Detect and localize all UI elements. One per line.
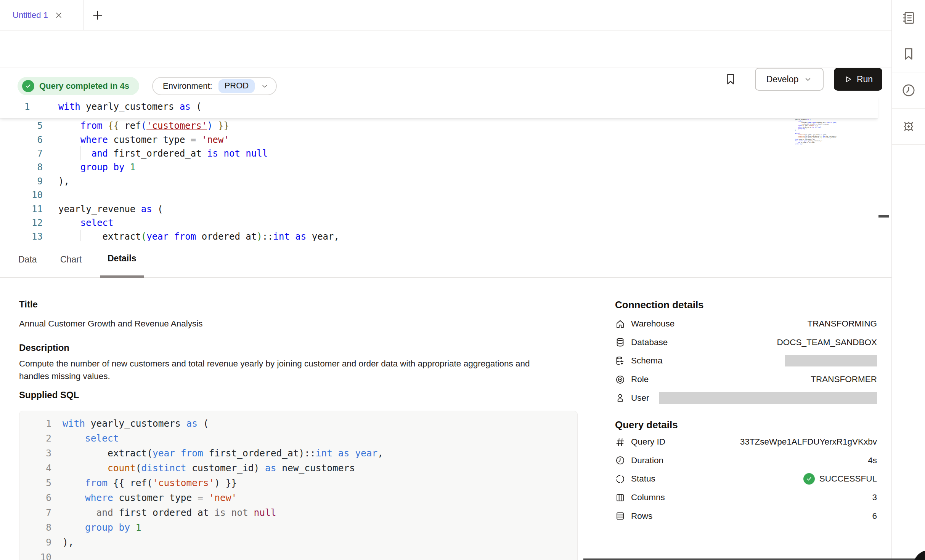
editor-scrollbar-thumb[interactable] [878,215,889,218]
row-value: DOCS_TEAM_SANDBOX [777,338,877,347]
row-label: Duration [631,456,663,466]
connection-row-role: RoleTRANSFORMER [615,370,877,389]
connection-details-heading: Connection details [615,299,704,311]
results-tab-bar: DataChartDetails [0,241,891,278]
right-icon-rail [891,0,925,560]
chevron-down-icon [804,75,812,83]
row-label: Columns [631,493,665,502]
query-details-heading: Query details [615,419,678,431]
code-line: group by 1 [795,128,806,130]
query-row-duration: Duration4s [615,451,877,470]
row-value: 4s [868,456,877,466]
run-label: Run [857,74,873,85]
code-row: 6 where customer_type = 'new' [0,133,877,146]
hash-icon [615,437,625,447]
rail-button-copilot-star[interactable] [892,109,925,145]
connection-row-database: DatabaseDOCS_TEAM_SANDBOX [615,333,877,352]
connection-details-list: WarehouseTRANSFORMINGDatabaseDOCS_TEAM_S… [615,315,877,407]
code-line: group by 1 [43,162,135,173]
row-label: Status [631,474,655,484]
query-row-columns: Columns3 [615,488,877,507]
rail-button-notebook[interactable] [892,0,925,36]
code-line: ), [51,537,74,548]
connection-row-warehouse: WarehouseTRANSFORMING [615,315,877,333]
code-row: 6 where customer_type = 'new' [19,490,577,505]
environment-label: Environment: [163,81,212,91]
schema-icon [615,356,625,366]
line-number: 7 [0,148,43,159]
line-number: 11 [0,204,43,214]
develop-label: Develop [766,74,798,85]
line-number: 6 [0,134,43,145]
history-icon [901,83,916,98]
code-line: and first_ordered_at is not null [51,507,276,518]
row-label: Role [631,374,649,384]
code-line: where customer_type = 'new' [43,134,229,145]
line-number: 13 [0,231,43,241]
row-value: TRANSFORMER [811,374,877,384]
line-number: 2 [19,433,51,444]
row-value: 33TZseWpe1ALFDUYerxR1gVKxbv [740,437,877,447]
status-icon [615,474,625,484]
editor-lines: 5 from {{ ref('customers') }}6 where cus… [0,119,877,241]
rail-button-history[interactable] [892,72,925,109]
close-icon[interactable] [54,11,63,20]
environment-value-chip: PROD [218,79,255,93]
line-number: 9 [19,537,51,548]
title-heading: Title [19,299,38,310]
query-row-status: StatusSUCCESSFUL [615,470,877,488]
code-line: yearly_revenue as ( [43,204,163,214]
tab-chart[interactable]: Chart [53,241,89,278]
redacted-value [659,392,877,404]
code-line: extract(year from ordered_at)::int as ye… [43,231,339,241]
line-number: 1 [24,101,30,112]
code-line: count(distinct customer_id) as new_custo… [51,462,355,474]
query-status-pill: Query completed in 4s [18,77,139,95]
toolbar: Develop Run [0,30,891,67]
description-value: Compute the number of new customers and … [19,357,553,382]
tab-details[interactable]: Details [100,241,144,278]
code-line: and first_ordered_at is not null [43,148,268,159]
line-number: 9 [0,176,43,187]
tab-data[interactable]: Data [11,241,45,278]
environment-selector[interactable]: Environment: PROD [152,77,277,95]
role-icon [615,374,625,385]
rows-icon [615,511,625,521]
row-value: SUCCESSFUL [819,474,877,484]
code-row: 10 [0,188,877,202]
connection-row-user: User [615,389,877,407]
notebook-icon [901,10,916,26]
code-line: where customer_type = 'new' [51,492,237,503]
code-line: extract(year from first_ordered_at)::int… [51,448,383,459]
row-label: Rows [631,511,652,521]
connection-row-schema: Schema [615,352,877,370]
query-status-text: Query completed in 4s [39,81,129,91]
line-number: 10 [19,552,51,560]
code-line: from {{ ref('customers') }} [51,477,237,488]
horizontal-scrollbar[interactable] [583,558,925,560]
line-number: 12 [0,218,43,228]
indent-guide [80,230,81,241]
code-row: 8 group by 1 [0,160,877,174]
code-row: 7 and first_ordered_at is not null [19,505,577,520]
line-number: 8 [19,522,51,533]
code-row: 3 extract(year from first_ordered_at)::i… [19,446,577,461]
line-number: 10 [0,190,43,200]
query-row-query-id: Query ID33TZseWpe1ALFDUYerxR1gVKxbv [615,433,877,451]
bookmark-icon[interactable] [724,72,737,86]
user-icon [615,393,625,403]
tab-untitled-1[interactable]: Untitled 1 [0,0,84,30]
run-button[interactable]: Run [834,68,882,91]
sql-editor[interactable]: 1 with yearly_customers as ( 5 from {{ r… [0,96,891,241]
play-icon [843,75,853,84]
code-line: ), [43,176,69,187]
code-line: order by 1 [795,143,803,145]
new-tab-button[interactable] [92,9,104,21]
develop-dropdown[interactable]: Develop [755,68,824,91]
rail-button-bookmark[interactable] [892,36,925,72]
code-row: 1with yearly_customers as ( [19,416,577,431]
bookmark-icon [901,46,916,62]
row-label: Schema [631,356,663,366]
code-row: 2 select [19,431,577,446]
code-line: group by 1 [51,522,141,533]
